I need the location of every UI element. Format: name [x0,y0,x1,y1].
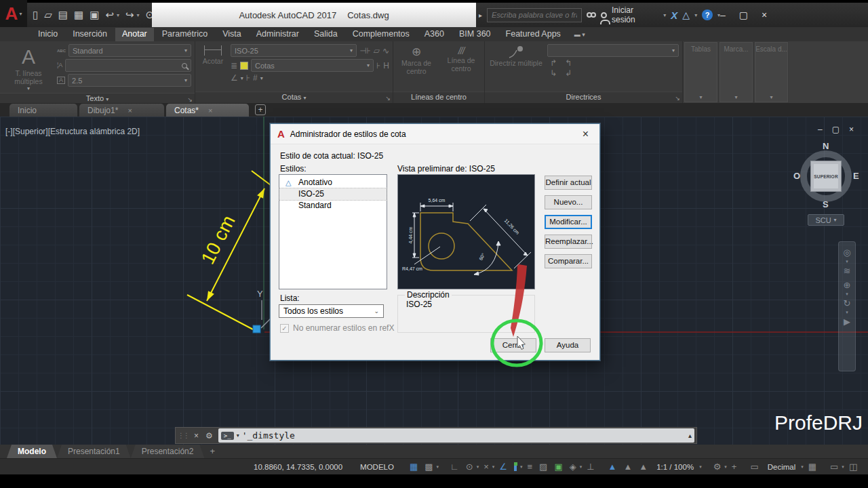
style-item-iso25[interactable]: ISO-25 [279,188,387,200]
dynamic-ucs-icon[interactable]: ⊥ [585,462,596,471]
chevron-down-icon[interactable]: ▾ [842,464,844,470]
text-style-select[interactable]: Standard ▾ [68,44,191,57]
comparar-button[interactable]: Comparar... [545,254,592,268]
search-expand-icon[interactable]: ▸ [479,12,482,19]
marca-centro-button[interactable]: ⊕ Marca de centro [397,44,435,90]
chevron-down-icon[interactable]: ▾ [580,464,583,470]
find-text-input[interactable] [65,59,191,72]
tab-insercion[interactable]: Inserción [66,28,114,41]
file-tab-inicio[interactable]: Inicio [9,104,77,117]
chevron-down-icon[interactable]: ▾ [437,464,439,470]
sign-in-button[interactable]: Iniciar sesión [612,5,658,24]
ortho-icon[interactable]: ∟ [448,462,461,471]
minimize-button[interactable]: – [818,125,823,134]
help-icon[interactable]: ? [702,9,713,20]
tab-complementos[interactable]: Complementos [346,28,416,41]
viewcube-face-superior[interactable]: SUPERIOR [810,161,842,192]
dim-layer-select[interactable]: Cotas ▾ [251,59,374,72]
chevron-down-icon[interactable]: ▾ [846,291,848,297]
minimize-button[interactable]: – [720,9,726,20]
panel-marca[interactable]: Marca... ▾ [719,42,753,102]
viewcube-west[interactable]: O [793,171,800,181]
dimension-object[interactable]: 10 cm [187,171,271,329]
chevron-down-icon[interactable]: ▾ [734,94,737,100]
showmotion-icon[interactable]: ▶ [844,317,850,327]
panel-footer-lineas[interactable]: Líneas de centro [393,92,484,103]
tab-close-icon[interactable]: × [127,106,132,115]
acotar-button[interactable]: Acotar [199,44,227,90]
exchange-apps-icon[interactable]: X [671,9,677,21]
pan-icon[interactable]: ≋ [844,266,851,276]
redo-icon[interactable]: ↪ [125,9,134,21]
snap-icon[interactable]: ▩ [422,462,435,471]
panel-tablas[interactable]: Tablas ▾ [684,42,717,102]
style-item-anotativo[interactable]: △ Anotativo [279,177,387,188]
cerrar-button[interactable]: Cerrar [490,338,536,352]
panel-launcher-icon[interactable]: ↘ [675,94,680,104]
wrench-icon[interactable]: ⚙ [202,431,216,441]
mleader-remove-icon[interactable]: ↰ [565,59,572,67]
undo-icon[interactable]: ↩ [105,9,114,21]
directriz-button[interactable]: Directriz múltiple [488,44,544,90]
display-lock-icon[interactable]: ▭ [828,462,840,471]
a360-dropdown-icon[interactable]: ▾ [694,12,697,18]
navigation-wheel-icon[interactable]: ◎ [843,247,850,258]
panel-footer-cotas[interactable]: Cotas ▾ ↘ [195,92,393,103]
drag-handle[interactable]: ⋮⋮ [176,432,191,439]
dialog-title-bar[interactable]: A Administrador de estilos de cota × [271,124,599,144]
panel-escala[interactable]: Escala d... ▾ [755,42,788,102]
tab-salida[interactable]: Salida [307,28,344,41]
new-file-icon[interactable]: ▯ [33,9,38,21]
checkbox-mark-icon[interactable]: ✓ [280,324,289,333]
tab-close-icon[interactable]: × [208,106,212,115]
chevron-down-icon[interactable]: ▾ [492,464,495,470]
tab-parametrico[interactable]: Paramétrico [155,28,214,41]
annotation-autoscale-icon[interactable]: ▲ [621,462,634,471]
save-icon[interactable]: ▤ [58,9,68,21]
chevron-down-icon[interactable]: ▾ [770,94,772,100]
selection-cycling-icon[interactable]: ▣ [552,462,564,471]
plot-icon[interactable]: ▣ [90,9,99,21]
nuevo-button[interactable]: Nuevo... [545,195,592,209]
a360-icon[interactable]: △ [682,9,690,20]
command-input[interactable]: >_ ▾ '_dimstyle ▴ [218,428,694,443]
angular-dim-icon[interactable]: ∠ [231,74,238,82]
command-history-icon[interactable]: ▴ [688,432,692,439]
restore-button[interactable]: ▢ [832,125,840,134]
chevron-down-icon[interactable]: ▾ [846,259,848,264]
file-tab-cotas[interactable]: Cotas* × [166,104,249,117]
application-menu-button[interactable]: A ▾ [0,0,27,27]
restore-button[interactable]: ▢ [739,9,748,20]
layout-tab-presentacion2[interactable]: Presentación2 [131,445,205,458]
viewcube[interactable]: N S E O SUPERIOR [793,144,859,209]
chevron-down-icon[interactable]: ▾ [801,464,804,470]
viewcube-north[interactable]: N [823,141,829,151]
chevron-down-icon[interactable]: ▾ [699,94,702,100]
dialog-close-icon[interactable]: × [578,128,593,140]
chevron-down-icon[interactable]: ▾ [520,464,523,470]
chevron-down-icon[interactable]: ▾ [846,310,848,315]
linea-centro-button[interactable]: /// Línea de centro [442,44,480,90]
mleader-align-icon[interactable]: ↳ [550,69,557,77]
gear-icon[interactable]: ⚙ [711,462,724,471]
transparency-icon[interactable]: ▨ [537,462,549,471]
break-dimension-icon[interactable]: ⊣⊦ [359,47,371,55]
grid-icon[interactable]: ▦ [408,462,420,471]
continue-dim-icon[interactable]: # [253,74,258,82]
tab-anotar[interactable]: Anotar [115,28,154,41]
layout-tab-presentacion1[interactable]: Presentación1 [57,445,131,458]
chevron-down-icon[interactable]: ▾ [241,75,243,81]
orbit-icon[interactable]: ↻ [844,298,851,308]
reemplazar-button[interactable]: Reemplazar... [545,235,592,249]
tab-featured-apps[interactable]: Featured Apps [499,28,568,41]
tab-vista[interactable]: Vista [216,28,248,41]
annotation-scale-icon[interactable]: ▲ [637,462,650,471]
search-icon[interactable] [587,12,596,18]
text-height-select[interactable]: 2.5 ▾ [68,74,191,87]
quick-calc-icon[interactable]: ▦ [806,462,818,471]
3d-osnap-icon[interactable]: ◈ [568,462,578,471]
command-line-bar[interactable]: ⋮⋮ × ⚙ >_ ▾ '_dimstyle ▴ [175,427,697,444]
extension-line-icon[interactable]: ⊦ [376,62,380,70]
units-value[interactable]: Decimal [764,463,800,471]
sign-in-dropdown-icon[interactable]: ▾ [663,12,666,18]
